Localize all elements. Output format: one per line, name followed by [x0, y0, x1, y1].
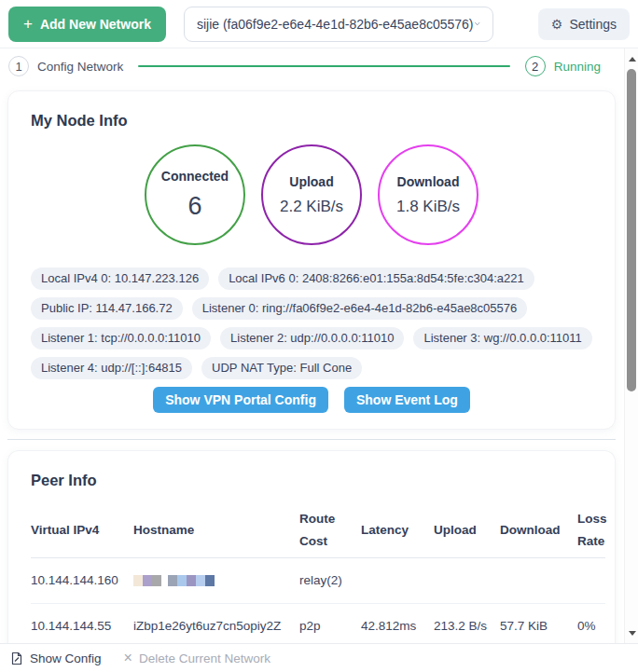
peer-route-cost: p2p — [299, 603, 361, 643]
connected-gauge-label: Connected — [161, 169, 229, 184]
scrollbar-thumb[interactable] — [627, 69, 636, 391]
chip-listener-2: Listener 2: udp://0.0.0.0:11010 — [220, 327, 404, 350]
col-loss-rate: Loss Rate — [577, 504, 605, 557]
chip-local-ipv6: Local IPv6 0: 2408:8266:e01:155a:8d54:5f… — [218, 267, 534, 290]
settings-button[interactable]: ⚙ Settings — [538, 8, 630, 40]
download-gauge-value: 1.8 KiB/s — [396, 198, 460, 216]
config-file-icon — [10, 651, 23, 665]
peer-info-card: Peer Info Virtual IPv4 Hostname Route Co… — [7, 450, 616, 643]
connected-gauge: Connected 6 — [145, 144, 245, 245]
step-config-network: 1 Config Network — [8, 56, 123, 76]
step-2-label: Running — [554, 60, 601, 74]
step-2-circle: 2 — [525, 56, 546, 76]
peer-virtual-ipv4: 10.144.144.160 — [31, 557, 133, 603]
triangle-up-icon — [629, 57, 636, 62]
chevron-down-icon — [474, 18, 480, 30]
col-virtual-ipv4: Virtual IPv4 — [31, 504, 133, 557]
peer-upload — [434, 557, 500, 603]
show-event-log-button[interactable]: Show Event Log — [344, 387, 470, 413]
peer-latency — [361, 557, 434, 603]
peer-virtual-ipv4: 10.144.144.55 — [31, 603, 133, 643]
connected-gauge-value: 6 — [187, 192, 201, 221]
step-connector-line — [138, 65, 509, 67]
chip-udp-nat-type: UDP NAT Type: Full Cone — [201, 357, 362, 379]
node-info-chips: Local IPv4 0: 10.147.223.126 Local IPv6 … — [31, 267, 592, 379]
peer-row: 10.144.144.160 relay(2) — [31, 557, 605, 603]
step-running: 2 Running — [525, 56, 601, 76]
upload-gauge-value: 2.2 KiB/s — [280, 198, 343, 216]
wizard-steps: 1 Config Network 2 Running — [0, 48, 623, 84]
upload-gauge-label: Upload — [289, 174, 333, 189]
gear-icon: ⚙ — [551, 17, 563, 32]
peer-download: 57.7 KiB — [500, 603, 577, 643]
scrollbar-down-arrow[interactable] — [625, 626, 638, 639]
peer-upload: 213.2 B/s — [434, 603, 500, 643]
chip-listener-3: Listener 3: wg://0.0.0.0:11011 — [413, 327, 591, 350]
redacted-hostname-mosaic — [133, 575, 215, 586]
settings-label: Settings — [569, 17, 617, 32]
close-icon: × — [124, 651, 132, 665]
download-gauge-label: Download — [397, 174, 460, 189]
col-upload: Upload — [434, 504, 500, 557]
peer-info-title: Peer Info — [31, 472, 603, 489]
peer-hostname-redacted — [133, 557, 299, 603]
col-hostname: Hostname — [133, 504, 299, 557]
bottom-toolbar: Show Config × Delete Current Network — [0, 643, 638, 672]
cards-divider — [7, 439, 616, 440]
add-new-network-label: Add New Network — [40, 17, 151, 32]
download-gauge: Download 1.8 KiB/s — [378, 144, 478, 245]
network-select[interactable]: sijie (fa06f9e2-e6e4-4e1d-82b6-e45ae8c05… — [184, 7, 493, 42]
my-node-info-card: My Node Info Connected 6 Upload 2.2 KiB/… — [7, 90, 616, 430]
peer-row: 10.144.144.55 iZbp1e26yt6uz7cn5opiy2Z p2… — [31, 603, 605, 643]
show-config-label: Show Config — [30, 651, 102, 665]
delete-current-network-button[interactable]: × Delete Current Network — [124, 651, 270, 665]
chip-listener-1: Listener 1: tcp://0.0.0.0:11010 — [31, 327, 211, 350]
peer-hostname: iZbp1e26yt6uz7cn5opiy2Z — [133, 603, 299, 643]
network-select-value: sijie (fa06f9e2-e6e4-4e1d-82b6-e45ae8c05… — [197, 17, 474, 32]
main-scroll-area: 1 Config Network 2 Running My Node Info … — [0, 48, 638, 643]
add-new-network-button[interactable]: + Add New Network — [8, 7, 166, 42]
peer-table: Virtual IPv4 Hostname Route Cost Latency… — [31, 504, 605, 643]
top-toolbar: + Add New Network sijie (fa06f9e2-e6e4-4… — [0, 0, 638, 48]
chip-listener-4: Listener 4: udp://[::]:64815 — [31, 357, 192, 379]
peer-download — [500, 557, 577, 603]
step-1-label: Config Network — [37, 60, 123, 74]
node-gauges: Connected 6 Upload 2.2 KiB/s Download 1.… — [31, 144, 592, 245]
peer-latency: 42.812ms — [361, 603, 434, 643]
delete-current-network-label: Delete Current Network — [139, 651, 270, 665]
upload-gauge: Upload 2.2 KiB/s — [261, 144, 362, 245]
col-latency: Latency — [361, 504, 434, 557]
peer-table-header-row: Virtual IPv4 Hostname Route Cost Latency… — [31, 504, 605, 557]
triangle-down-icon — [629, 631, 636, 636]
node-info-title: My Node Info — [31, 112, 592, 130]
col-route-cost: Route Cost — [299, 504, 361, 557]
peer-route-cost: relay(2) — [299, 557, 361, 603]
show-vpn-portal-config-button[interactable]: Show VPN Portal Config — [153, 387, 328, 413]
peer-loss-rate: 0% — [577, 603, 605, 643]
chip-local-ipv4: Local IPv4 0: 10.147.223.126 — [31, 267, 209, 290]
scrollbar[interactable] — [624, 48, 638, 643]
peer-loss-rate — [577, 557, 605, 603]
scrollbar-up-arrow[interactable] — [625, 52, 638, 65]
chip-listener-0: Listener 0: ring://fa06f9e2-e6e4-4e1d-82… — [192, 297, 528, 320]
node-actions: Show VPN Portal Config Show Event Log — [31, 387, 592, 413]
show-config-button[interactable]: Show Config — [10, 651, 102, 665]
plus-icon: + — [23, 16, 33, 32]
col-download: Download — [500, 504, 577, 557]
step-1-circle: 1 — [8, 56, 29, 76]
chip-public-ip: Public IP: 114.47.166.72 — [31, 297, 183, 320]
